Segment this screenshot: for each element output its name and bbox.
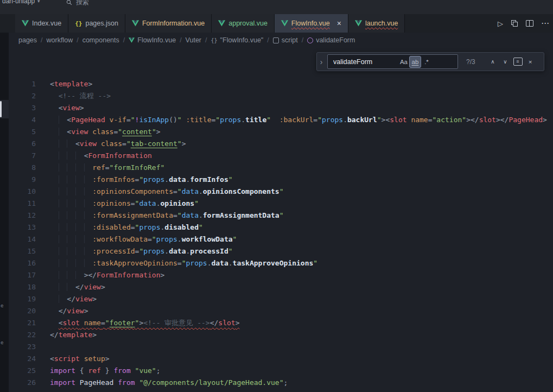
- sidebar-edge: e e: [0, 33, 9, 392]
- tab-launch-vue[interactable]: launch.vue: [348, 14, 405, 33]
- line-number: 18: [9, 281, 36, 293]
- tab-flowinfo-vue[interactable]: FlowInfo.vue×: [275, 14, 348, 33]
- code-line[interactable]: 11 :opinions="data.opinions": [9, 198, 553, 210]
- code-line[interactable]: 23: [9, 341, 553, 353]
- line-number: 20: [9, 305, 36, 317]
- toggle-replace-button[interactable]: ›: [317, 53, 326, 71]
- line-number: 9: [9, 174, 36, 186]
- tab-pages-json[interactable]: {}pages.json: [68, 14, 125, 33]
- code-line[interactable]: 26import PageHead from "@/components/lay…: [9, 377, 553, 389]
- close-icon[interactable]: ×: [337, 20, 341, 27]
- breadcrumb-label: workflow: [47, 36, 73, 44]
- breadcrumb-label: validateForm: [316, 36, 355, 44]
- breadcrumb-separator: /: [123, 36, 125, 44]
- code-line[interactable]: 16 :taskApproveOpinions="props.data.task…: [9, 257, 553, 269]
- tab-label: FlowInfo.vue: [291, 20, 330, 27]
- code-line[interactable]: 7 <FormInformation: [9, 150, 553, 162]
- tab-approval-vue[interactable]: approval.vue: [212, 14, 275, 33]
- code-line[interactable]: 5 <view class="content">: [9, 126, 553, 138]
- code-area: 1<template>2 <!-- 流程 -->3 <view>4 <PageH…: [9, 48, 553, 389]
- code-line[interactable]: 8 ref="formInfoRef": [9, 162, 553, 174]
- code-line[interactable]: 10 :opinionsComponents="data.opinionsCom…: [9, 186, 553, 198]
- code-line[interactable]: 1<template>: [9, 78, 553, 90]
- global-search-box[interactable]: 搜索: [66, 0, 89, 7]
- previous-match-button[interactable]: ∧: [487, 56, 498, 67]
- line-number: 6: [9, 138, 36, 150]
- workspace-menu[interactable]: dan-uniapp ▾: [2, 0, 40, 5]
- breadcrumb-item-script[interactable]: script: [273, 36, 298, 44]
- open-changes-icon[interactable]: [511, 20, 518, 27]
- code-line[interactable]: 22</template>: [9, 329, 553, 341]
- tab-index-vue[interactable]: Index.vue: [15, 14, 68, 33]
- match-case-button[interactable]: Aa: [398, 56, 409, 67]
- code-text: </view>: [50, 293, 97, 305]
- code-line[interactable]: 2 <!-- 流程 -->: [9, 90, 553, 102]
- breadcrumb-item-pages[interactable]: pages: [18, 36, 37, 44]
- code-line[interactable]: 6 <view class="tab-content">: [9, 138, 553, 150]
- breadcrumb-item--flowinfo-vue-[interactable]: {}"FlowInfo.vue": [211, 36, 264, 44]
- code-line[interactable]: 19 </view>: [9, 293, 553, 305]
- code-line[interactable]: 24<script setup>: [9, 353, 553, 365]
- find-in-selection-button[interactable]: ≡: [512, 56, 523, 67]
- find-results-count: ?/3: [466, 58, 480, 66]
- line-number: 10: [9, 186, 36, 198]
- code-line[interactable]: 3 <view>: [9, 102, 553, 114]
- next-match-button[interactable]: ∨: [500, 56, 511, 67]
- line-number: 22: [9, 329, 36, 341]
- breadcrumb-separator: /: [205, 36, 207, 44]
- selection-icon: ≡: [513, 58, 523, 66]
- line-number: 21: [9, 317, 36, 329]
- editor-actions: ▷···: [490, 14, 553, 33]
- breadcrumb-separator: /: [180, 36, 181, 44]
- workspace-name: dan-uniapp: [2, 0, 35, 5]
- tab-bar: Index.vue{}pages.jsonFormInformation.vue…: [0, 14, 553, 33]
- code-line[interactable]: 17 ></FormInformation>: [9, 269, 553, 281]
- line-number: 14: [9, 233, 36, 245]
- code-text: </view>: [50, 281, 105, 293]
- find-input[interactable]: [332, 58, 398, 66]
- tab-label: pages.json: [85, 20, 118, 27]
- breadcrumb-label: Vuter: [186, 36, 201, 44]
- chevron-down-icon: ▾: [37, 0, 40, 4]
- line-number: 19: [9, 293, 36, 305]
- breadcrumb-label: components: [82, 36, 119, 44]
- regex-button[interactable]: .*: [421, 56, 432, 67]
- breadcrumb: pages/workflow/components/FlowInfo.vue/V…: [9, 33, 553, 48]
- breadcrumb-item-workflow[interactable]: workflow: [47, 36, 73, 44]
- close-find-button[interactable]: ×: [525, 56, 536, 67]
- code-text: <FormInformation: [50, 150, 152, 162]
- breadcrumb-label: pages: [18, 36, 37, 44]
- code-line[interactable]: 21 <slot name="footer"><!-- 审批意见 --></sl…: [9, 317, 553, 329]
- run-icon[interactable]: ▷: [498, 20, 503, 27]
- code-line[interactable]: 15 :processId="props.data.processId": [9, 245, 553, 257]
- breadcrumb-item-vuter[interactable]: Vuter: [186, 36, 201, 44]
- code-line[interactable]: 13 :disabled="props.disabled": [9, 222, 553, 233]
- line-number: 13: [9, 222, 36, 233]
- code-line[interactable]: 9 :formInfos="props.data.formInfos": [9, 174, 553, 186]
- json-icon: {}: [211, 37, 218, 43]
- code-line[interactable]: 18 </view>: [9, 281, 553, 293]
- breadcrumb-item-components[interactable]: components: [82, 36, 119, 44]
- code-line[interactable]: 14 :workflowData="props.workflowData": [9, 233, 553, 245]
- breadcrumb-item-validateform[interactable]: validateForm: [307, 36, 355, 44]
- code-text: :opinions="data.opinions": [50, 198, 199, 210]
- breadcrumb-label: script: [282, 36, 298, 44]
- code-line[interactable]: 20 </view>: [9, 305, 553, 317]
- whole-word-button[interactable]: ab: [409, 56, 421, 68]
- tab-forminformation-vue[interactable]: FormInformation.vue: [125, 14, 212, 33]
- code-text: :formInfos="props.data.formInfos": [50, 174, 233, 186]
- code-text: :taskApproveOpinions="props.data.taskApp…: [50, 257, 317, 269]
- line-number: 24: [9, 353, 36, 365]
- line-number: 7: [9, 150, 36, 162]
- code-line[interactable]: 4 <PageHead v-if="!isInApp()" :title="pr…: [9, 114, 553, 126]
- code-line[interactable]: 12 :formAssignmentData="data.formAssignm…: [9, 210, 553, 222]
- code-text: :opinionsComponents="data.opinionsCompon…: [50, 186, 284, 198]
- vue-icon: [22, 20, 29, 27]
- breadcrumb-label: "FlowInfo.vue": [220, 36, 264, 44]
- code-line[interactable]: 25import { ref } from "vue";: [9, 365, 553, 377]
- code-text: <PageHead v-if="!isInApp()" :title="prop…: [50, 114, 547, 126]
- breadcrumb-item-flowinfo-vue[interactable]: FlowInfo.vue: [129, 36, 176, 44]
- active-file-indicator: [0, 101, 2, 117]
- more-actions-icon[interactable]: ···: [542, 20, 550, 27]
- split-editor-icon[interactable]: [526, 20, 533, 27]
